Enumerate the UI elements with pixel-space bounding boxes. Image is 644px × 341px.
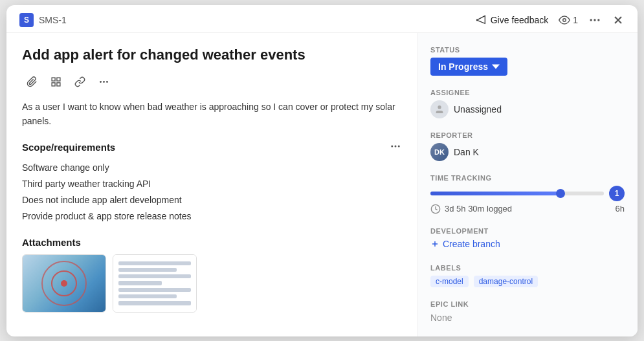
list-item: Software change only	[22, 160, 401, 176]
time-bar-row: 1	[430, 186, 625, 201]
megaphone-icon	[476, 15, 487, 25]
create-branch-button[interactable]: Create branch	[430, 239, 500, 249]
svg-point-14	[395, 145, 397, 147]
status-label: STATUS	[430, 46, 625, 54]
svg-point-0	[563, 18, 566, 21]
doc-line	[118, 261, 191, 265]
svg-rect-7	[57, 78, 60, 81]
labels-row: c-model damage-control	[430, 276, 625, 287]
time-badge: 1	[609, 186, 625, 201]
svg-rect-6	[52, 78, 55, 81]
doc-line	[118, 288, 191, 292]
scope-header-row: Scope/requirements	[22, 140, 401, 155]
epic-link-value: None	[430, 313, 452, 323]
more-options-button[interactable]	[588, 14, 601, 27]
svg-point-3	[597, 19, 599, 21]
description: As a user I want to know when bad weathe…	[22, 100, 401, 129]
create-branch-label: Create branch	[443, 239, 500, 249]
card-button[interactable]	[46, 73, 66, 91]
development-field: DEVELOPMENT Create branch	[430, 227, 625, 251]
list-item: Provide product & app store release note…	[22, 208, 401, 225]
list-item: Third party weather tracking API	[22, 176, 401, 192]
svg-point-10	[100, 81, 102, 83]
dots-icon	[588, 14, 601, 27]
close-button[interactable]	[612, 14, 625, 27]
reporter-field: REPORTER DK Dan K	[430, 131, 625, 161]
svg-point-11	[103, 81, 105, 83]
svg-point-16	[438, 105, 441, 109]
scope-dots-icon	[390, 140, 401, 152]
svg-point-12	[106, 81, 108, 83]
watch-button[interactable]: 1	[559, 14, 578, 26]
status-button[interactable]: In Progress	[430, 58, 507, 76]
toolbar-dots-icon	[98, 76, 109, 87]
reporter-row: DK Dan K	[430, 143, 625, 161]
scope-more-button[interactable]	[390, 140, 401, 155]
header-right: Give feedback 1	[476, 14, 625, 27]
doc-line	[118, 281, 162, 285]
issue-modal: S SMS-1 Give feedback 1	[6, 5, 638, 336]
scope-list: Software change only Third party weather…	[22, 160, 401, 225]
assignee-label: ASSIGNEE	[430, 89, 625, 96]
doc-line	[118, 294, 177, 298]
time-bar-container[interactable]	[430, 192, 604, 195]
header-left: S SMS-1	[19, 13, 67, 27]
time-estimate: 6h	[616, 204, 625, 214]
label-c-model[interactable]: c-model	[430, 276, 469, 287]
toolbar-more-button[interactable]	[94, 73, 114, 91]
reporter-name: Dan K	[454, 147, 479, 157]
map-dot	[61, 280, 67, 287]
doc-line	[118, 268, 177, 272]
attachments-row	[22, 254, 401, 313]
give-feedback-label: Give feedback	[491, 15, 549, 25]
label-damage-control[interactable]: damage-control	[474, 276, 538, 287]
svg-rect-9	[57, 83, 60, 86]
card-icon	[50, 76, 61, 87]
development-label: DEVELOPMENT	[430, 227, 625, 235]
time-info-row: 3d 5h 30m logged 6h	[430, 204, 625, 214]
attach-icon	[27, 76, 38, 87]
main-panel: Add app alert for changed weather events	[6, 33, 417, 336]
time-bar-fill	[430, 192, 561, 195]
modal-body: Add app alert for changed weather events	[6, 33, 638, 336]
scope-title: Scope/requirements	[22, 142, 115, 153]
svg-rect-8	[52, 83, 55, 86]
svg-point-13	[391, 145, 393, 147]
map-image	[23, 255, 105, 312]
link-icon	[74, 76, 85, 87]
plus-icon	[430, 239, 439, 248]
labels-field: LABELS c-model damage-control	[430, 264, 625, 287]
reporter-label: REPORTER	[430, 131, 625, 139]
assignee-field: ASSIGNEE Unassigned	[430, 89, 625, 118]
attachment-doc[interactable]	[113, 254, 197, 313]
assignee-row: Unassigned	[430, 100, 625, 118]
attach-button[interactable]	[22, 73, 42, 91]
time-tracking-label: TIME TRACKING	[430, 174, 625, 182]
doc-line	[118, 301, 191, 305]
toolbar	[22, 73, 401, 91]
list-item: Does not include app alert development	[22, 192, 401, 208]
doc-line	[118, 274, 191, 278]
epic-link-field: EPIC LINK None	[430, 300, 625, 324]
issue-title: Add app alert for changed weather events	[22, 46, 401, 65]
eye-icon	[559, 14, 570, 26]
link-button[interactable]	[70, 73, 90, 91]
assignee-name: Unassigned	[454, 104, 502, 115]
user-icon	[434, 104, 445, 115]
labels-label: LABELS	[430, 264, 625, 272]
doc-image	[113, 255, 196, 312]
assignee-avatar	[430, 100, 449, 118]
svg-point-2	[594, 19, 595, 21]
attachments-title: Attachments	[22, 237, 401, 248]
modal-header: S SMS-1 Give feedback 1	[6, 5, 638, 33]
epic-link-label: EPIC LINK	[430, 300, 625, 308]
status-field: STATUS In Progress	[430, 46, 625, 76]
project-icon: S	[19, 13, 34, 27]
svg-point-15	[398, 145, 400, 147]
time-bar-thumb	[556, 189, 565, 198]
svg-point-1	[590, 19, 592, 21]
attachment-map[interactable]	[22, 254, 106, 313]
clock-icon	[430, 204, 441, 214]
give-feedback-button[interactable]: Give feedback	[476, 15, 549, 25]
chevron-down-icon	[492, 63, 500, 71]
